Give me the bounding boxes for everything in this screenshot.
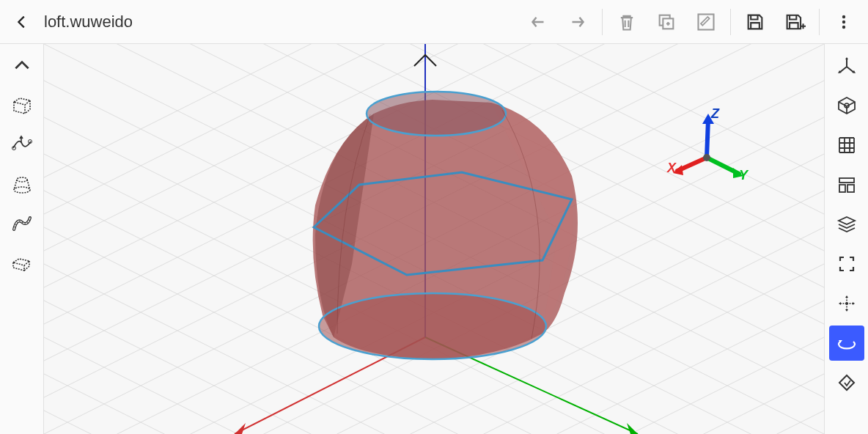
more-menu-button[interactable] (825, 4, 862, 40)
svg-point-4 (842, 20, 845, 23)
layers-icon (836, 214, 857, 235)
collapse-panel-button[interactable] (4, 48, 40, 84)
delete-button[interactable] (608, 4, 645, 40)
arrow-left-icon (527, 11, 549, 33)
pan-gizmo-button[interactable] (829, 286, 864, 321)
layout-icon (836, 174, 857, 195)
svg-point-8 (17, 177, 27, 182)
back-button[interactable] (6, 6, 38, 38)
grid-icon (836, 135, 857, 155)
svg-point-9 (14, 187, 30, 193)
extrude-icon (10, 251, 34, 276)
svg-rect-11 (839, 178, 854, 183)
arrow-right-icon (567, 11, 589, 33)
wireframe-box-tool[interactable] (4, 88, 40, 123)
viewport-canvas (44, 44, 824, 434)
loft-solid (313, 92, 578, 359)
svg-point-3 (842, 15, 845, 18)
svg-point-5 (842, 25, 845, 28)
viewcube-icon (836, 95, 858, 117)
curve-tool[interactable] (4, 128, 40, 163)
axis-widget-button[interactable] (829, 48, 864, 84)
separator (730, 9, 731, 35)
fullscreen-button[interactable] (829, 246, 864, 282)
nav-back-button[interactable] (520, 4, 556, 40)
dots-vertical-icon (835, 13, 853, 31)
save-as-button[interactable] (776, 4, 813, 40)
save-button[interactable] (737, 4, 773, 40)
chevron-left-icon (14, 14, 30, 30)
chevron-up-icon (12, 56, 32, 76)
svg-point-58 (319, 293, 546, 359)
nav-forward-button[interactable] (559, 4, 596, 40)
document-title: loft.wuweido (44, 12, 520, 32)
layout-button[interactable] (829, 167, 864, 202)
copy-icon (656, 12, 677, 32)
edit-button[interactable] (688, 4, 724, 40)
orbit-button[interactable] (829, 326, 864, 361)
snap-button[interactable] (829, 365, 864, 400)
spline-tool[interactable] (4, 207, 40, 242)
fullscreen-icon (837, 254, 856, 273)
svg-rect-12 (839, 185, 845, 192)
spline-icon (10, 212, 34, 237)
svg-marker-55 (627, 423, 638, 434)
save-plus-icon (784, 12, 806, 32)
grid-toggle-button[interactable] (829, 128, 864, 163)
3d-viewport[interactable]: X Y Z (44, 44, 824, 434)
left-toolbar (0, 44, 44, 434)
right-toolbar (824, 44, 868, 434)
curve-icon (10, 133, 34, 158)
trash-icon (617, 12, 637, 32)
save-icon (745, 12, 765, 32)
loft-icon (10, 172, 34, 197)
edit-icon (696, 12, 716, 32)
axis-icon (836, 55, 858, 77)
diamond-icon (836, 372, 857, 393)
extrude-tool[interactable] (4, 246, 40, 282)
top-bar: loft.wuweido (0, 0, 868, 44)
copy-button[interactable] (648, 4, 685, 40)
loft-tool[interactable] (4, 167, 40, 202)
svg-point-59 (367, 92, 506, 136)
view-cube-button[interactable] (829, 88, 864, 123)
orbit-icon (836, 333, 857, 353)
wireframe-box-icon (10, 93, 34, 118)
svg-point-14 (845, 302, 848, 305)
separator (819, 9, 820, 35)
top-actions (520, 4, 868, 40)
layers-button[interactable] (829, 207, 864, 242)
separator (602, 9, 603, 35)
pan-icon (836, 293, 858, 315)
svg-rect-13 (847, 185, 854, 192)
